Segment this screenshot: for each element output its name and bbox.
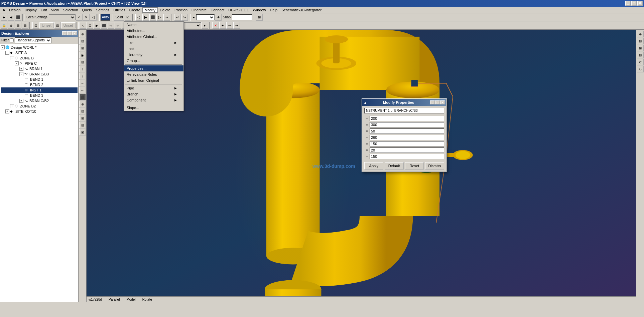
expander-site-kot10[interactable]: +: [5, 109, 9, 113]
tb-icon-a[interactable]: ↩: [174, 14, 181, 21]
ri-btn4[interactable]: ⊟: [637, 52, 644, 58]
panel-maximize[interactable]: □: [67, 31, 72, 35]
expander-world[interactable]: -: [1, 45, 5, 49]
li-btn1[interactable]: ⊕: [79, 31, 86, 37]
li-btn9[interactable]: ←: [79, 87, 86, 93]
tb2-link[interactable]: ⇨: [108, 22, 114, 29]
menu-utilities[interactable]: Utilities: [111, 8, 127, 12]
menu-item-attributes-global[interactable]: Attributes Global...: [124, 34, 183, 40]
tb2-star[interactable]: ✦: [219, 22, 226, 29]
menu-display[interactable]: Display: [23, 8, 39, 12]
dialog-minimize[interactable]: _: [430, 100, 435, 104]
li-btn10[interactable]: ⬛: [79, 94, 86, 100]
dialog-field-5[interactable]: [370, 141, 444, 146]
menu-settings[interactable]: Settings: [94, 8, 112, 12]
menu-item-branch[interactable]: Branch ▶: [124, 91, 183, 97]
menu-item-slope[interactable]: Slope...: [124, 105, 183, 111]
menu-modify[interactable]: Modify: [142, 7, 158, 13]
tb-icon3[interactable]: ⬛: [15, 14, 21, 21]
li-btn7[interactable]: ↓: [79, 73, 86, 79]
nav-stop[interactable]: ⬛: [149, 14, 156, 21]
snap-input[interactable]: [232, 14, 252, 20]
expander-bran1[interactable]: +: [19, 67, 23, 71]
dialog-field-4[interactable]: [370, 135, 444, 140]
tree-item-design-world[interactable]: - 🌐 Design WORL *: [1, 45, 78, 50]
expander-site-a[interactable]: -: [5, 51, 9, 55]
li-btn2[interactable]: ⊡: [79, 38, 86, 44]
menu-view[interactable]: View: [49, 8, 61, 12]
tree-item-site-a[interactable]: - ◆ SITE A: [1, 50, 78, 55]
expander-pipe-c[interactable]: -: [15, 61, 19, 65]
dismiss-button[interactable]: Dismiss: [425, 162, 444, 170]
maximize-button[interactable]: □: [631, 1, 637, 6]
menu-item-group[interactable]: Group...: [124, 58, 183, 64]
tb2-btn4[interactable]: ⊟: [22, 22, 28, 29]
nav-next[interactable]: ▷: [156, 14, 163, 21]
expander-bran-cb2[interactable]: +: [19, 99, 23, 103]
unset2-button[interactable]: Unset: [61, 22, 76, 28]
menu-create[interactable]: Create: [127, 8, 142, 12]
nav-end[interactable]: ⇥: [163, 14, 170, 21]
tree-item-inst1[interactable]: ⊞ INST 1: [1, 87, 78, 93]
tree-item-site-kot10[interactable]: + ◆ SITE KOT10: [1, 109, 78, 114]
dialog-maximize[interactable]: □: [435, 100, 440, 104]
tree-item-bend3[interactable]: ⌒ BEND 3: [1, 93, 78, 98]
tb-settings-x[interactable]: ✕: [83, 14, 90, 21]
tb2-unset2-icon[interactable]: ⊡: [54, 22, 61, 29]
tb2-link2[interactable]: ⇦: [115, 22, 121, 29]
menu-ue-psi[interactable]: UE-PSI1.1.1: [226, 8, 251, 12]
nav-play[interactable]: ▶: [142, 14, 149, 21]
menu-item-attributes[interactable]: Attributes...: [124, 28, 183, 34]
tree-item-bend2[interactable]: ⌒ BEND 2: [1, 82, 78, 87]
menu-item-name[interactable]: Name...: [124, 22, 183, 28]
filter-select[interactable]: Hangers&Supports: [15, 37, 51, 43]
default-button[interactable]: Default: [385, 162, 404, 170]
tb2-btn3[interactable]: ⊞: [15, 22, 21, 29]
tb2-box[interactable]: ⊡: [87, 22, 93, 29]
menu-connect[interactable]: Connect: [209, 8, 226, 12]
menu-item-lock[interactable]: Lock...: [124, 46, 183, 52]
tb2-redo[interactable]: ↪: [233, 22, 240, 29]
tb2-btn2[interactable]: ⊕: [8, 22, 14, 29]
tree-item-bran1[interactable]: + ⌥ BRAN 1: [1, 66, 78, 71]
tree-item-bran-cb2[interactable]: + ⌥ BRAN C/B2: [1, 98, 78, 103]
tb2-x-btn[interactable]: ✕: [212, 22, 219, 29]
tree-item-zone-b2[interactable]: + ⬡ ZONE B2: [1, 103, 78, 109]
menu-item-like[interactable]: Like ▶: [124, 40, 183, 46]
tb2-stop[interactable]: ⬛: [101, 22, 107, 29]
menu-schematic[interactable]: Schematic-3D-Integrator: [279, 8, 324, 12]
li-btn4[interactable]: ◉: [79, 52, 86, 58]
menu-delete[interactable]: Delete: [158, 8, 172, 12]
tree-item-bend1[interactable]: ⌒ BEND 1: [1, 77, 78, 82]
tb2-cursor[interactable]: ↖: [80, 22, 86, 29]
snap-icon[interactable]: ✚: [215, 14, 222, 21]
menu-selection[interactable]: Selection: [61, 8, 80, 12]
expander-bran-cb3[interactable]: -: [19, 72, 23, 76]
tb-settings-apply[interactable]: ✓: [76, 14, 83, 21]
tb2-list-arrow[interactable]: ▼: [202, 22, 208, 29]
nav-prev[interactable]: ◁: [135, 14, 142, 21]
li-btn5[interactable]: ⊟: [79, 59, 86, 65]
minimize-button[interactable]: _: [625, 1, 631, 6]
any-select[interactable]: [196, 14, 215, 20]
menu-design[interactable]: Design: [7, 8, 22, 12]
tb-icon-b[interactable]: ↪: [181, 14, 188, 21]
tb-grid-icon[interactable]: ⊞: [256, 14, 263, 21]
solid-button[interactable]: Solid: [114, 14, 124, 21]
li-btn15[interactable]: ⊠: [79, 129, 86, 135]
close-button[interactable]: ✕: [637, 1, 643, 6]
li-btn13[interactable]: ⊞: [79, 115, 86, 121]
tb2-play[interactable]: ▶: [94, 22, 100, 29]
ri-btn6[interactable]: ↻: [637, 66, 644, 72]
menu-item-pipe[interactable]: Pipe ▶: [124, 85, 183, 91]
menu-window[interactable]: Window: [251, 8, 268, 12]
dialog-field-1[interactable]: [370, 116, 444, 121]
solid-checkbox[interactable]: ☑: [125, 14, 131, 21]
menu-orientate[interactable]: Orientate: [189, 8, 209, 12]
expander-zone-b[interactable]: -: [10, 56, 14, 60]
dialog-field-2[interactable]: [370, 122, 444, 127]
dialog-field-3[interactable]: [370, 128, 444, 134]
tb-icon2[interactable]: ◀: [8, 14, 14, 21]
menu-position[interactable]: Position: [172, 8, 189, 12]
unset-button[interactable]: Unset: [39, 22, 54, 28]
